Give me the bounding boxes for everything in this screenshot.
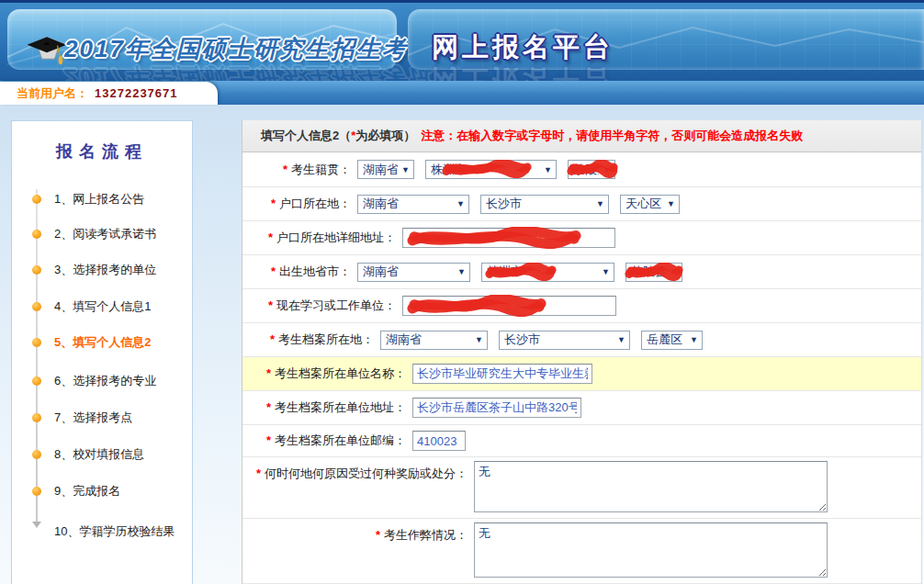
- registration-page: 2017年全国硕士研究生招生考试 2017年全国硕士研究生招生考试 网上报名平台…: [0, 0, 924, 584]
- district-select-household-location[interactable]: 天心区▼: [620, 195, 680, 214]
- district-select-birthplace[interactable]: 茶陵县▼: [625, 263, 682, 282]
- current-user-label: 当前用户名：: [17, 85, 88, 102]
- sidebar-item-label: 2、阅读考试承诺书: [54, 226, 156, 242]
- field-label-birthplace: *出生地省市：: [242, 264, 351, 280]
- input-archive-unit-name[interactable]: [412, 364, 592, 384]
- sidebar-item-label: 4、填写个人信息1: [54, 298, 151, 315]
- form-row-rewards-punishments: *何时何地何原因受过何种奖励或处分：无: [242, 457, 921, 519]
- select-value: 株洲市: [487, 264, 523, 280]
- sidebar-item-label: 7、选择报考点: [54, 410, 132, 426]
- form-row-archive-location: *考生档案所在地：湖南省▼长沙市▼岳麓区▼: [242, 323, 921, 357]
- dropdown-arrow-icon: ▼: [667, 199, 675, 208]
- flow-bullet-icon: [32, 265, 41, 275]
- sidebar-item-label: 10、学籍学历校验结果: [54, 523, 175, 540]
- sidebar-item-label: 5、填写个人信息2: [54, 334, 151, 351]
- dropdown-arrow-icon: ▼: [670, 267, 678, 276]
- flow-arrow-icon: [32, 522, 41, 533]
- sidebar-item-label: 3、选择报考的单位: [54, 262, 156, 278]
- form-row-archive-unit-name: *考生档案所在单位名称：: [242, 357, 921, 391]
- sidebar-title: 报名流程: [12, 140, 192, 163]
- city-select-native-place[interactable]: 株洲市▼: [425, 160, 557, 179]
- flow-bullet-icon: [32, 450, 41, 459]
- sidebar-item-label: 8、校对填报信息: [54, 446, 144, 463]
- sidebar-item-label: 1、网上报名公告: [54, 191, 144, 208]
- dropdown-arrow-icon: ▼: [690, 335, 698, 344]
- dropdown-arrow-icon: ▼: [596, 199, 604, 208]
- required-star: *: [266, 366, 271, 380]
- form-row-native-place: *考生籍贯：湖南省▼株洲市▼茶陵县▼: [242, 152, 921, 187]
- required-star: *: [266, 400, 271, 414]
- dropdown-arrow-icon: ▼: [456, 199, 465, 208]
- required-star: *: [268, 298, 273, 312]
- city-select-household-location[interactable]: 长沙市▼: [480, 195, 609, 214]
- banner-exam-panel: 2017年全国硕士研究生招生考试 2017年全国硕士研究生招生考试: [7, 9, 397, 70]
- required-star: *: [268, 230, 273, 244]
- form-notice: 注意：在输入数字或字母时，请使用半角字符，否则可能会造成报名失败: [421, 128, 803, 144]
- dropdown-arrow-icon: ▼: [457, 267, 466, 276]
- select-value: 茶陵县: [631, 264, 666, 280]
- flow-bullet-icon: [32, 338, 41, 347]
- banner: 2017年全国硕士研究生招生考试 2017年全国硕士研究生招生考试 网上报名平台…: [0, 3, 924, 81]
- district-select-archive-location[interactable]: 岳麓区▼: [641, 331, 703, 350]
- province-select-archive-location[interactable]: 湖南省▼: [380, 331, 488, 350]
- field-label-household-location: *户口所在地：: [242, 196, 351, 212]
- select-value: 株洲市: [431, 162, 467, 178]
- form-row-archive-unit-postcode: *考生档案所在单位邮编：: [242, 425, 921, 457]
- select-value: 茶陵县: [573, 162, 599, 178]
- city-select-archive-location[interactable]: 长沙市▼: [499, 331, 630, 350]
- district-select-native-place[interactable]: 茶陵县▼: [568, 160, 615, 179]
- flow-bullet-icon: [32, 195, 41, 204]
- field-label-archive-unit-address: *考生档案所在单位地址：: [242, 399, 406, 416]
- dropdown-arrow-icon: ▼: [401, 165, 410, 174]
- flow-bullet-icon: [32, 376, 41, 386]
- sidebar-item-label: 9、完成报名: [54, 483, 120, 500]
- input-archive-unit-address[interactable]: [412, 398, 581, 418]
- form-row-cheating-record: *考生作弊情况：无: [242, 519, 921, 584]
- field-label-rewards-punishments: *何时何地何原因受过何种奖励或处分：: [242, 466, 468, 482]
- select-value: 天心区: [625, 196, 661, 212]
- current-username: 13272237671: [95, 86, 178, 100]
- textarea-rewards-punishments[interactable]: 无: [474, 461, 828, 512]
- input-household-address[interactable]: [402, 228, 615, 248]
- form-panel: 填写个人信息2（*为必填项） 注意：在输入数字或字母时，请使用半角字符，否则可能…: [242, 120, 922, 584]
- required-star: *: [270, 332, 275, 346]
- sidebar: 报名流程 1、网上报名公告2、阅读考试承诺书3、选择报考的单位4、填写个人信息1…: [11, 120, 193, 584]
- form-row-archive-unit-address: *考生档案所在单位地址：: [242, 391, 921, 425]
- select-value: 湖南省: [363, 162, 398, 178]
- city-select-birthplace[interactable]: 株洲市▼: [481, 263, 614, 282]
- select-value: 湖南省: [386, 331, 422, 348]
- field-label-native-place: *考生籍贯：: [242, 162, 351, 178]
- textarea-cheating-record[interactable]: 无: [474, 522, 828, 578]
- select-value: 长沙市: [504, 331, 540, 348]
- dropdown-arrow-icon: ▼: [603, 165, 611, 174]
- required-star: *: [256, 466, 261, 480]
- province-select-native-place[interactable]: 湖南省▼: [357, 160, 414, 179]
- flow-bullet-icon: [32, 487, 41, 496]
- province-select-household-location[interactable]: 湖南省▼: [357, 195, 469, 214]
- form-row-household-location: *户口所在地：湖南省▼长沙市▼天心区▼: [242, 187, 921, 221]
- current-user-tab: 当前用户名： 13272237671: [0, 82, 218, 105]
- field-label-household-address: *户口所在地详细地址：: [242, 230, 396, 246]
- field-label-cheating-record: *考生作弊情况：: [242, 527, 468, 544]
- province-select-birthplace[interactable]: 湖南省▼: [357, 263, 470, 282]
- input-current-study-work-unit[interactable]: [402, 296, 616, 316]
- field-label-archive-location: *考生档案所在地：: [242, 331, 374, 348]
- form-row-household-address: *户口所在地详细地址：: [242, 221, 921, 255]
- required-star: *: [283, 163, 287, 176]
- required-star: *: [271, 264, 276, 278]
- dropdown-arrow-icon: ▼: [475, 335, 483, 344]
- field-label-archive-unit-name: *考生档案所在单位名称：: [242, 365, 406, 382]
- input-archive-unit-postcode[interactable]: [412, 431, 466, 451]
- user-bar: 当前用户名： 13272237671: [0, 81, 924, 105]
- select-value: 长沙市: [486, 196, 522, 212]
- dropdown-arrow-icon: ▼: [602, 267, 610, 276]
- dropdown-arrow-icon: ▼: [617, 335, 625, 344]
- sidebar-item-label: 6、选择报考的专业: [54, 373, 156, 389]
- graduation-cap-icon: [26, 35, 68, 72]
- banner-platform-panel: 网上报名平台 网上报名平台: [408, 9, 924, 70]
- form-row-current-study-work-unit: *现在学习或工作单位：: [242, 289, 921, 323]
- select-value: 岳麓区: [647, 331, 682, 348]
- required-star: *: [266, 433, 271, 447]
- form-row-birthplace: *出生地省市：湖南省▼株洲市▼茶陵县▼: [242, 255, 921, 289]
- dropdown-arrow-icon: ▼: [544, 165, 552, 174]
